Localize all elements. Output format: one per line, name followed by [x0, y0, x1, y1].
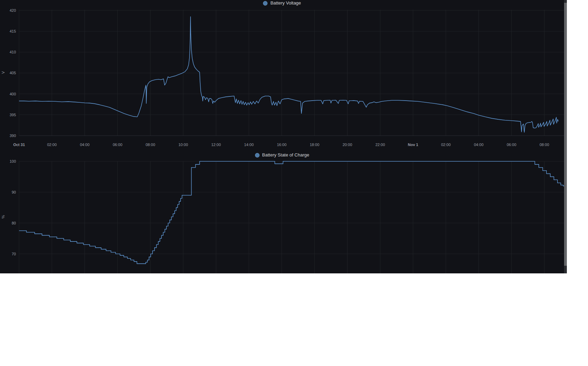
x-tick-label: 02:00 — [441, 143, 451, 147]
legend-label: Battery State of Charge — [262, 152, 309, 158]
x-tick-label: 10:00 — [178, 143, 188, 147]
legend-battery-voltage[interactable]: Battery Voltage — [0, 0, 564, 6]
legend-label: Battery Voltage — [270, 0, 301, 6]
y-tick-label: 410 — [10, 50, 16, 54]
x-tick-label: 06:00 — [113, 143, 122, 147]
y-axis-unit-volts: V — [1, 70, 5, 75]
y-tick-label: 100 — [10, 159, 16, 163]
x-tick-label: 06:00 — [507, 143, 516, 147]
x-tick-label: 14:00 — [244, 143, 254, 147]
battery-voltage-plot: 420415410405400395390Oct 3102:0004:0006:… — [10, 8, 564, 147]
battery-state-of-charge-line — [19, 161, 564, 264]
x-tick-label: 22:00 — [375, 143, 385, 147]
y-axis-unit-percent: % — [1, 214, 5, 220]
x-tick-label: 20:00 — [343, 143, 352, 147]
series-marker-icon — [255, 153, 260, 158]
dashboard-panel: 420415410405400395390Oct 3102:0004:0006:… — [0, 0, 567, 273]
legend-battery-state-of-charge[interactable]: Battery State of Charge — [0, 152, 564, 158]
grafana-dashboard-page: 420415410405400395390Oct 3102:0004:0006:… — [0, 0, 588, 366]
y-tick-label: 405 — [10, 71, 16, 75]
y-tick-label: 420 — [10, 8, 16, 12]
battery-soc-plot: 100908070 — [10, 159, 564, 273]
x-tick-label: 16:00 — [277, 143, 287, 147]
x-tick-label: 04:00 — [474, 143, 484, 147]
x-tick-label: 18:00 — [310, 143, 319, 147]
y-tick-label: 70 — [12, 252, 16, 256]
x-tick-label: 04:00 — [80, 143, 90, 147]
x-tick-label: Nov 1 — [408, 143, 418, 147]
y-tick-label: 80 — [12, 221, 16, 225]
y-tick-label: 400 — [10, 92, 16, 96]
x-tick-label: 08:00 — [539, 143, 549, 147]
scrollbar-thumb[interactable] — [564, 3, 567, 266]
x-tick-label: 12:00 — [211, 143, 221, 147]
charts-canvas[interactable]: 420415410405400395390Oct 3102:0004:0006:… — [0, 0, 564, 273]
series-marker-icon — [263, 1, 267, 6]
vertical-scrollbar[interactable] — [564, 0, 567, 273]
y-tick-label: 395 — [10, 113, 16, 117]
y-tick-label: 415 — [10, 29, 16, 33]
battery-voltage-line — [19, 17, 558, 132]
x-tick-label: 02:00 — [47, 143, 57, 147]
x-tick-label: 08:00 — [146, 143, 155, 147]
x-tick-label: Oct 31 — [13, 143, 25, 147]
y-tick-label: 90 — [12, 190, 16, 194]
y-tick-label: 390 — [10, 134, 16, 138]
